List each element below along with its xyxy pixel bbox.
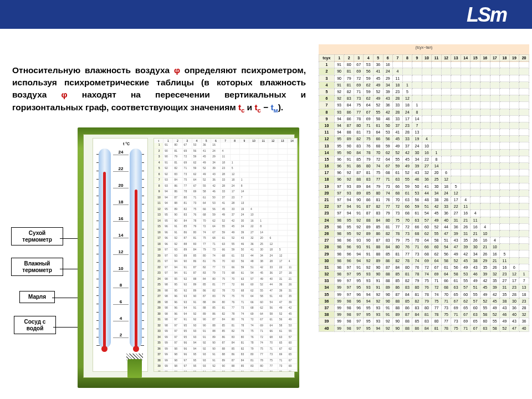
wet-mercury-ball — [133, 346, 139, 352]
psychrometric-table: tсух123456789101112131415161718192019180… — [319, 54, 529, 332]
dry-mercury — [103, 172, 106, 349]
dry-mercury-ball — [101, 346, 108, 352]
scale-unit: t °C — [123, 142, 130, 146]
text: ). — [278, 103, 283, 112]
description-block: Относительную влажность воздуха φ опреде… — [12, 55, 306, 124]
callout-wet-thermometer: Влажный термометр — [11, 258, 63, 276]
callout-vessel: Сосуд с водой — [14, 316, 56, 334]
text: − — [261, 103, 271, 112]
description-paragraph: Относительную влажность воздуха φ опреде… — [12, 64, 306, 115]
thermometer-scale: t °C 24222018161412108642 — [93, 138, 148, 372]
psychrometer-diagram: Сухой термометр Влажный термометр Марля … — [44, 127, 305, 393]
device-frame: LSm t °C 24222018161412108642 t123456789… — [78, 127, 299, 388]
phi-symbol: φ — [174, 65, 180, 75]
mini-psychrometric-table: t123456789101112131419180675336162908169… — [154, 138, 298, 372]
tm-symbol: tм — [270, 103, 278, 112]
tc-symbol: tс — [254, 103, 260, 112]
phi-symbol: φ — [62, 90, 68, 99]
water-cup — [127, 359, 142, 378]
callout-dry-thermometer: Сухой термометр — [11, 227, 63, 245]
brand-logo: LSm — [467, 3, 507, 27]
device-inner: LSm t °C 24222018161412108642 t123456789… — [83, 134, 295, 378]
text: и — [244, 103, 254, 112]
callout-gauze: Марля — [19, 291, 55, 303]
header-bar: LSm — [0, 0, 532, 29]
wet-mercury — [135, 190, 137, 349]
table-title-text: (tсух−tвл) — [319, 45, 529, 49]
text: Относительную влажность воздуха — [12, 65, 174, 75]
tc-symbol: tс — [238, 103, 244, 112]
